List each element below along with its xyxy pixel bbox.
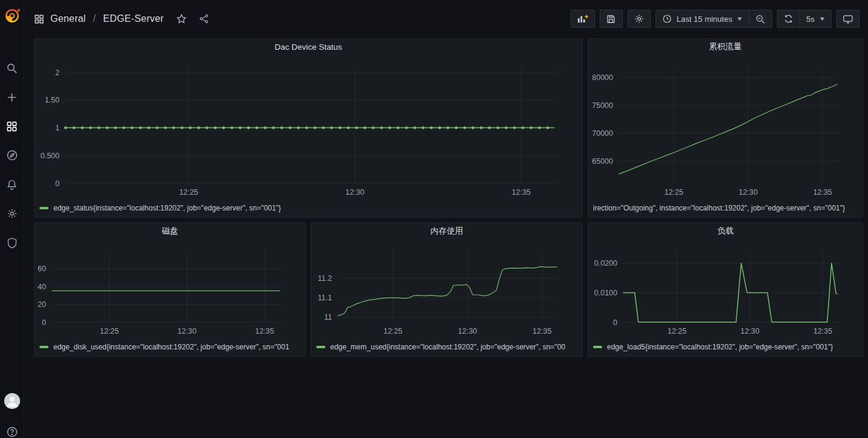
sidebar-item-create[interactable] <box>0 83 24 112</box>
svg-text:12:30: 12:30 <box>739 188 758 197</box>
sidebar-item-help[interactable] <box>0 417 24 438</box>
star-icon <box>176 13 187 24</box>
save-dashboard-button[interactable] <box>600 10 623 28</box>
svg-text:65000: 65000 <box>592 157 613 166</box>
svg-text:40: 40 <box>38 283 46 291</box>
svg-text:12:25: 12:25 <box>100 327 118 335</box>
svg-text:75000: 75000 <box>592 101 613 110</box>
svg-text:11.1: 11.1 <box>318 294 332 302</box>
time-picker-group: Last 15 minutes ▼ <box>656 10 773 28</box>
chevron-down-icon: ▼ <box>736 16 744 22</box>
svg-text:12:30: 12:30 <box>177 327 196 335</box>
clock-icon <box>662 14 672 24</box>
help-icon <box>6 426 18 438</box>
gear-icon <box>6 207 18 220</box>
grafana-logo-icon <box>4 8 20 24</box>
svg-text:12:25: 12:25 <box>668 327 687 335</box>
sidebar-item-server-admin[interactable] <box>0 228 24 257</box>
plus-icon <box>6 92 18 103</box>
cycle-view-mode-button[interactable] <box>836 10 860 28</box>
legend-series-marker[interactable] <box>39 207 49 209</box>
svg-text:1.50: 1.50 <box>45 96 59 104</box>
breadcrumb-separator: / <box>93 13 95 24</box>
apps-grid-icon[interactable] <box>34 14 44 24</box>
panel-title[interactable]: 负载 <box>588 223 863 239</box>
panel-cumulative-traffic: 累积流量 8000075000700006500012:2512:3012:35… <box>588 38 863 218</box>
chevron-down-icon: ▼ <box>818 16 826 22</box>
add-panel-button[interactable] <box>571 10 595 28</box>
load-chart[interactable]: 0.02000.0100012:2512:3012:35 <box>588 239 863 342</box>
svg-text:0: 0 <box>42 318 46 327</box>
panel-disk: 磁盘 604020012:2512:3012:35 edge_disk_used… <box>34 223 306 357</box>
compass-icon <box>6 149 18 161</box>
panel-legend: edge_status{instance="localhost:19202", … <box>35 203 582 217</box>
panel-memory-usage: 内存使用 11.211.11112:2512:3012:35 edge_mem_… <box>311 223 583 357</box>
svg-text:1: 1 <box>55 124 59 132</box>
cumulative-traffic-chart[interactable]: 8000075000700006500012:2512:3012:35 <box>588 55 863 203</box>
panel-legend: edge_mem_used{instance="localhost:19202"… <box>311 342 582 356</box>
svg-text:0.0200: 0.0200 <box>594 259 617 268</box>
refresh-button[interactable] <box>778 10 799 27</box>
dac-device-status-chart[interactable]: 21.5010.500012:2512:3012:35 <box>35 55 582 203</box>
dashboard-settings-button[interactable] <box>628 10 651 28</box>
sidebar-item-dashboards[interactable] <box>0 112 24 141</box>
share-dashboard-button[interactable] <box>199 14 209 24</box>
panel-title[interactable]: 内存使用 <box>311 223 582 239</box>
sidebar-item-alerting[interactable] <box>0 170 24 199</box>
legend-series-marker[interactable] <box>39 346 49 348</box>
time-range-picker[interactable]: Last 15 minutes ▼ <box>656 10 749 27</box>
sidebar-item-configuration[interactable] <box>0 199 24 228</box>
share-icon <box>199 14 209 24</box>
legend-series-label[interactable]: edge_load5{instance="localhost:19202", j… <box>607 343 833 351</box>
panel-dac-device-status: Dac Device Status 21.5010.500012:2512:30… <box>34 38 583 218</box>
legend-series-marker[interactable] <box>316 346 325 348</box>
refresh-interval-label: 5s <box>806 15 815 24</box>
panel-legend: edge_disk_used{instance="localhost:19202… <box>35 342 305 356</box>
avatar-icon <box>4 393 20 409</box>
svg-text:12:35: 12:35 <box>813 327 832 335</box>
dashboard-toolbar: Last 15 minutes ▼ 5s <box>571 10 860 28</box>
legend-series-label[interactable]: edge_disk_used{instance="localhost:19202… <box>53 343 290 351</box>
refresh-group: 5s ▼ <box>777 10 832 28</box>
svg-text:11: 11 <box>324 313 332 322</box>
refresh-interval-dropdown[interactable]: 5s ▼ <box>799 10 831 27</box>
topbar: General / EDGE-Server <box>24 0 868 38</box>
refresh-icon <box>784 14 793 24</box>
legend-series-label[interactable]: edge_mem_used{instance="localhost:19202"… <box>330 343 565 351</box>
sidebar-item-search[interactable] <box>0 53 24 83</box>
user-avatar[interactable] <box>4 393 20 409</box>
legend-series-marker[interactable] <box>593 346 602 348</box>
panel-title[interactable]: 磁盘 <box>35 223 305 239</box>
svg-text:0.0100: 0.0100 <box>594 289 617 297</box>
svg-text:20: 20 <box>38 300 46 309</box>
memory-usage-chart[interactable]: 11.211.11112:2512:3012:35 <box>311 239 582 342</box>
shield-icon <box>7 237 18 249</box>
zoom-out-button[interactable] <box>748 10 771 27</box>
panel-legend: irection="Outgoing", instance="localhost… <box>588 203 863 217</box>
svg-text:12:35: 12:35 <box>813 188 832 197</box>
svg-text:11.2: 11.2 <box>318 274 332 283</box>
disk-chart[interactable]: 604020012:2512:3012:35 <box>35 239 305 342</box>
legend-series-label[interactable]: edge_status{instance="localhost:19202", … <box>53 204 281 212</box>
gear-icon <box>634 13 645 24</box>
breadcrumb-section[interactable]: General <box>50 13 86 24</box>
panel-title[interactable]: Dac Device Status <box>35 39 582 55</box>
svg-text:12:25: 12:25 <box>664 188 683 197</box>
time-range-label: Last 15 minutes <box>677 15 733 24</box>
monitor-icon <box>843 14 853 24</box>
legend-series-label[interactable]: irection="Outgoing", instance="localhost… <box>593 204 845 212</box>
svg-text:2: 2 <box>55 69 59 77</box>
svg-text:0: 0 <box>55 180 59 188</box>
sidebar-item-explore[interactable] <box>0 141 24 170</box>
panel-title[interactable]: 累积流量 <box>588 39 863 55</box>
breadcrumb: General / EDGE-Server <box>34 13 209 24</box>
svg-text:12:30: 12:30 <box>741 327 759 335</box>
svg-text:70000: 70000 <box>592 129 613 138</box>
star-dashboard-button[interactable] <box>176 13 187 24</box>
breadcrumb-dashboard-title[interactable]: EDGE-Server <box>103 13 164 24</box>
grafana-logo[interactable] <box>0 0 24 32</box>
sidebar <box>0 0 24 438</box>
grafana-dashboard: General / EDGE-Server <box>0 0 868 438</box>
search-icon <box>6 62 18 74</box>
svg-text:0: 0 <box>613 318 617 327</box>
